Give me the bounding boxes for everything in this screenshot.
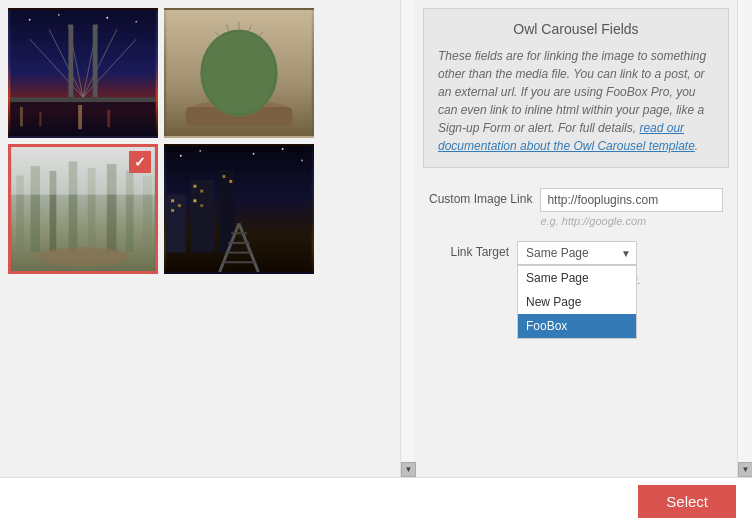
svg-point-59 <box>180 155 182 157</box>
svg-point-62 <box>282 148 284 150</box>
owl-fields-description: These fields are for linking the image t… <box>438 47 714 155</box>
gallery-scrollbar: ▼ <box>400 0 415 477</box>
svg-point-38 <box>35 247 130 266</box>
bottom-bar: Select <box>0 477 752 525</box>
gallery-item-bridge[interactable] <box>8 8 158 138</box>
gallery-images: ✓ <box>0 0 400 477</box>
right-panel: Owl Carousel Fields These fields are for… <box>415 0 737 477</box>
svg-rect-49 <box>200 204 203 207</box>
svg-rect-7 <box>68 25 73 98</box>
svg-point-18 <box>135 21 137 23</box>
link-target-dropdown[interactable]: Same Page New Page FooBox ▼ Same Page Ne… <box>517 241 637 265</box>
svg-point-61 <box>253 153 255 155</box>
svg-rect-12 <box>39 112 41 127</box>
fields-section: Custom Image Link e.g. http://google.com… <box>415 176 737 300</box>
svg-rect-10 <box>10 102 155 136</box>
svg-point-16 <box>58 14 60 16</box>
svg-rect-51 <box>223 175 226 178</box>
link-target-dropdown-menu: Same Page New Page FooBox <box>517 265 637 339</box>
svg-rect-47 <box>200 190 203 193</box>
gallery-scroll-down[interactable]: ▼ <box>401 462 416 477</box>
gallery-item-forest[interactable]: ✓ <box>8 144 158 274</box>
svg-rect-11 <box>20 107 23 126</box>
custom-image-link-hint: e.g. http://google.com <box>540 215 723 227</box>
dropdown-option-same-page[interactable]: Same Page <box>518 266 636 290</box>
svg-point-15 <box>29 19 31 21</box>
custom-image-link-label: Custom Image Link <box>429 188 532 208</box>
svg-rect-9 <box>10 97 155 102</box>
svg-rect-41 <box>166 194 185 252</box>
gallery-item-city-rails[interactable] <box>164 144 314 274</box>
svg-point-60 <box>199 150 201 152</box>
selected-check: ✓ <box>129 151 151 173</box>
link-target-label: Link Target <box>429 241 509 261</box>
right-panel-scrollbar: ▼ <box>737 0 752 477</box>
select-button[interactable]: Select <box>638 485 736 518</box>
svg-rect-48 <box>193 199 196 202</box>
custom-image-link-input-area: e.g. http://google.com <box>540 188 723 227</box>
svg-rect-8 <box>93 25 98 98</box>
gallery-item-cactus[interactable] <box>164 8 314 138</box>
owl-fields-title: Owl Carousel Fields <box>438 21 714 37</box>
right-scroll-down[interactable]: ▼ <box>738 462 752 477</box>
dropdown-option-foobox[interactable]: FooBox <box>518 314 636 338</box>
svg-rect-42 <box>171 199 174 202</box>
custom-image-link-input[interactable] <box>540 188 723 212</box>
svg-rect-14 <box>107 110 110 127</box>
svg-rect-46 <box>193 185 196 188</box>
svg-rect-13 <box>78 105 82 129</box>
dropdown-option-new-page[interactable]: New Page <box>518 290 636 314</box>
link-target-row: Link Target Same Page New Page FooBox ▼ <box>429 241 723 288</box>
gallery-panel: ✓ <box>0 0 415 477</box>
custom-image-link-row: Custom Image Link e.g. http://google.com <box>429 188 723 227</box>
svg-point-22 <box>200 29 278 116</box>
svg-rect-43 <box>178 204 181 207</box>
owl-fields-box: Owl Carousel Fields These fields are for… <box>423 8 729 168</box>
svg-point-17 <box>106 17 108 19</box>
link-target-select[interactable]: Same Page New Page FooBox <box>517 241 637 265</box>
svg-rect-52 <box>229 180 232 183</box>
svg-point-63 <box>301 160 303 162</box>
svg-rect-44 <box>171 209 174 212</box>
